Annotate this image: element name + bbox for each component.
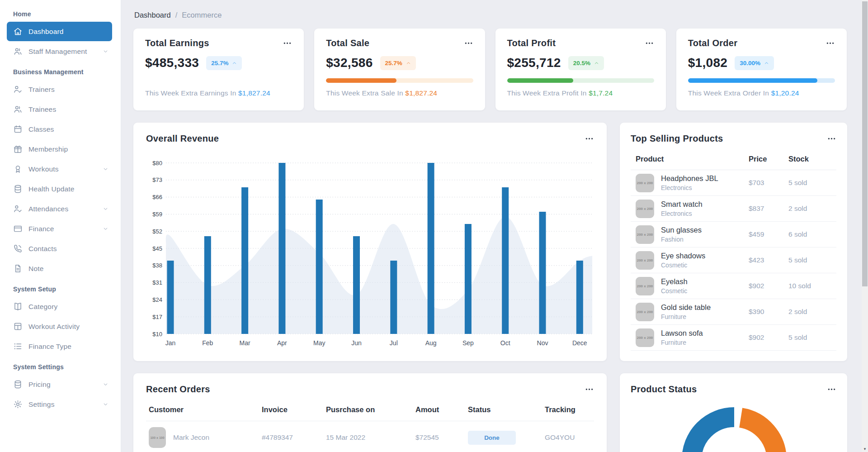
sidebar-item-classes[interactable]: Classes [7,119,112,139]
product-name: Eye shadows [661,252,749,260]
orders-col-pusrchase-on: Pusrchase on [326,405,415,414]
breadcrumb-dashboard-link[interactable]: Dashboard [134,11,171,19]
sidebar-item-note[interactable]: Note [7,259,112,278]
total-sale-trend-badge: 25.7% [380,56,416,70]
sidebar-item-workouts[interactable]: Workouts [7,159,112,179]
svg-text:Jan: Jan [165,339,176,347]
svg-text:Jun: Jun [351,339,362,347]
sidebar-item-pricing[interactable]: Pricing [7,375,112,394]
order-invoice: #4789347 [262,433,326,442]
sidebar-item-category[interactable]: Category [7,297,112,316]
calendar-icon [13,124,23,134]
sidebar-item-label: Attendances [28,205,68,213]
sidebar-item-label: Workouts [28,165,59,173]
product-row-sun-glasses[interactable]: 200 x 200Sun glassesFashion$4596 sold [631,222,836,247]
top-selling-products-panel: Top Selling Products Product Price Stock… [620,123,847,361]
total-order-more-menu[interactable] [826,38,835,48]
total-profit-value: $255,712 [507,56,561,70]
svg-text:Sep: Sep [462,339,474,347]
credit-card-icon [13,224,23,233]
chevron-down-icon [103,206,108,212]
sidebar-item-workout-activity[interactable]: Workout Activity [7,317,112,336]
sidebar-item-trainees[interactable]: Trainees [7,100,112,119]
sidebar-item-label: Health Update [28,185,75,193]
product-price: $902 [749,282,788,290]
scrollbar-down-arrow-icon[interactable]: ▾ [862,447,868,451]
svg-text:$45: $45 [152,245,162,252]
sidebar-item-attendances[interactable]: Attendances [7,199,112,219]
product-row-eyelash[interactable]: 200 x 200EyelashCosmetic$90210 sold [631,273,836,299]
product-price: $459 [749,230,788,238]
total-sale-footnote-text: This Week Extra Sale In [326,89,405,97]
sidebar-item-label: Finance Type [28,343,71,351]
product-row-eye-shadows[interactable]: 200 x 200Eye shadowsCosmetic$4235 sold [631,247,836,273]
sidebar-item-settings[interactable]: Settings [7,395,112,414]
sidebar-item-label: Finance [28,225,54,233]
recent-orders-more-menu[interactable] [585,385,594,394]
total-earnings-trend-badge: 25.7% [206,56,242,70]
total-order-value: $1,082 [688,56,727,70]
overall-revenue-title: Overall Revenue [146,133,219,144]
sidebar-item-health-update[interactable]: Health Update [7,179,112,199]
product-stock: 6 sold [788,230,834,238]
product-row-headphones-jbl[interactable]: 200 x 200Headphones JBLElectronics$7035 … [631,170,836,196]
svg-text:$31: $31 [152,279,162,286]
chevron-down-icon [103,48,108,54]
order-status-badge: Done [468,431,516,445]
page-scrollbar-track[interactable]: ▾ [862,0,868,452]
revenue-bar-chart: $80$73$66$59$52$45$38$31$24$17$10JanFebM… [146,147,594,351]
sidebar-item-label: Settings [28,400,55,409]
sidebar-item-label: Classes [28,125,54,133]
sidebar-item-trainers[interactable]: Trainers [7,80,112,99]
total-earnings-title: Total Earnings [145,38,209,48]
total-sale-more-menu[interactable] [464,38,473,48]
product-thumbnail-placeholder: 200 x 200 [636,200,654,218]
total-earnings-header: Total Earnings [145,38,292,48]
product-status-more-menu[interactable] [827,385,836,394]
sidebar-item-label: Workout Activity [28,323,80,331]
product-stock: 5 sold [788,256,834,264]
sidebar-section-label-system-settings: System Settings [0,357,121,375]
total-sale-progress-bar [326,78,473,83]
sidebar-item-finance[interactable]: Finance [7,219,112,238]
order-row-4789347[interactable]: 100 x 100Mark Jecon#478934715 Mar 2022$7… [146,421,594,452]
product-thumbnail-placeholder: 200 x 200 [636,225,654,244]
total-profit-value-row: $255,71220.5% [507,56,654,70]
product-status-donut-chart [682,407,787,452]
sidebar-item-label: Contacts [28,245,57,253]
order-customer-cell: 100 x 100Mark Jecon [149,427,262,448]
stat-cards-row: Total Earnings$485,33325.7%This Week Ext… [133,29,847,110]
chevron-down-icon [103,166,108,172]
gift-icon [13,144,23,154]
overall-revenue-more-menu[interactable] [585,134,594,143]
page-scrollbar-thumb[interactable] [862,1,868,286]
sidebar-item-dashboard[interactable]: Dashboard [7,22,112,41]
svg-text:Jul: Jul [390,339,398,347]
total-profit-progress-fill [507,78,573,83]
products-table-header: Product Price Stock [631,144,836,170]
sidebar-item-label: Pricing [28,381,51,389]
product-row-lawson-sofa[interactable]: 200 x 200Lawson sofaFurniture$9025 sold [631,325,836,351]
total-earnings-badge-percent: 25.7% [211,60,228,67]
product-price: $837 [749,205,788,213]
sidebar-item-finance-type[interactable]: Finance Type [7,337,112,356]
top-selling-more-menu[interactable] [827,134,836,143]
total-earnings-footnote-text: This Week Extra Earnings In [145,89,238,97]
total-profit-progress-bar [507,78,654,83]
sidebar-item-contacts[interactable]: Contacts [7,239,112,258]
total-sale-header: Total Sale [326,38,473,48]
chevron-down-icon [103,401,108,407]
sidebar-item-membership[interactable]: Membership [7,139,112,159]
product-row-smart-watch[interactable]: 200 x 200Smart watchElectronics$8372 sol… [631,196,836,222]
total-earnings-more-menu[interactable] [283,38,292,48]
orders-col-customer: Customer [149,405,262,414]
product-row-gold-side-table[interactable]: 200 x 200Gold side tableFurniture$3902 s… [631,299,836,325]
orders-col-tracking: Tracking [545,405,594,414]
total-order-value-row: $1,08230.00% [688,56,835,70]
list-icon [13,342,23,351]
order-purchase-date: 15 Mar 2022 [326,433,415,442]
product-name: Smart watch [661,200,749,209]
orders-table-body: 100 x 100Mark Jecon#478934715 Mar 2022$7… [146,421,594,452]
total-profit-more-menu[interactable] [645,38,654,48]
sidebar-item-staff-management[interactable]: Staff Management [7,42,112,61]
